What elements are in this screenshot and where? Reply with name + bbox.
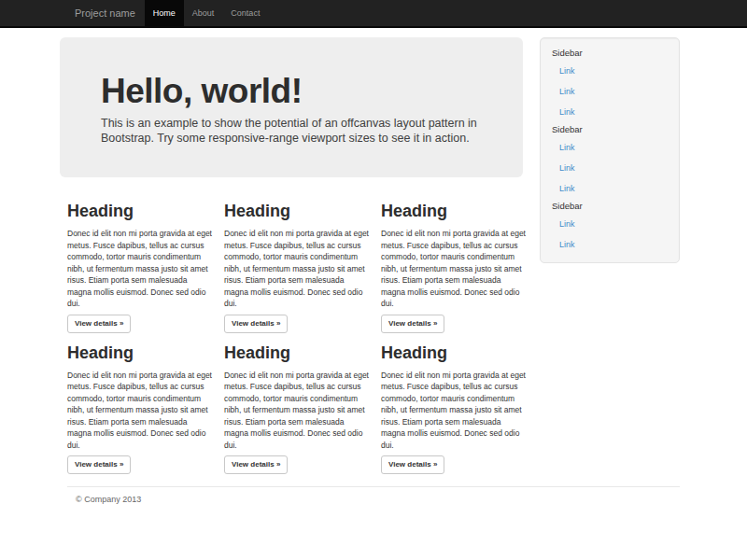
sidebar-link[interactable]: Link	[541, 178, 679, 199]
view-details-button[interactable]: View details »	[381, 315, 444, 333]
card: Heading Donec id elit non mi porta gravi…	[217, 177, 374, 333]
card-heading: Heading	[224, 202, 374, 220]
card: Heading Donec id elit non mi porta gravi…	[60, 177, 217, 333]
navbar-menu: Home About Contact	[145, 0, 269, 26]
view-details-button[interactable]: View details »	[224, 455, 288, 474]
card: Heading Donec id elit non mi porta gravi…	[217, 333, 374, 475]
content-row-2: Heading Donec id elit non mi porta gravi…	[60, 333, 530, 475]
footer-divider	[67, 486, 680, 487]
sidebar-link[interactable]: Link	[541, 102, 679, 122]
sidebar-group: Sidebar Link Link	[541, 199, 679, 255]
nav-item-contact[interactable]: Contact	[222, 0, 268, 26]
jumbotron-description: This is an example to show the potential…	[101, 116, 486, 146]
navbar-brand[interactable]: Project name	[60, 0, 135, 26]
card-text: Donec id elit non mi porta gravida at eg…	[381, 228, 527, 310]
page-container: Hello, world! This is an example to show…	[60, 28, 687, 504]
card-heading: Heading	[67, 202, 217, 220]
card-text: Donec id elit non mi porta gravida at eg…	[67, 228, 213, 310]
sidebar-group: Sidebar Link Link Link	[541, 122, 679, 199]
nav-item-about[interactable]: About	[184, 0, 223, 26]
card-heading: Heading	[381, 343, 530, 362]
jumbotron: Hello, world! This is an example to show…	[60, 37, 523, 177]
card-heading: Heading	[67, 343, 217, 362]
sidebar-link[interactable]: Link	[541, 137, 679, 158]
card-text: Donec id elit non mi porta gravida at eg…	[224, 370, 370, 452]
card: Heading Donec id elit non mi porta gravi…	[374, 177, 530, 333]
content-row-1: Heading Donec id elit non mi porta gravi…	[60, 177, 530, 333]
main-content: Hello, world! This is an example to show…	[60, 28, 530, 474]
sidebar-group-heading: Sidebar	[541, 199, 679, 214]
copyright-text: © Company 2013	[76, 495, 687, 504]
view-details-button[interactable]: View details »	[224, 315, 288, 333]
card: Heading Donec id elit non mi porta gravi…	[60, 333, 217, 475]
nav-item-home[interactable]: Home	[145, 0, 184, 26]
sidebar-link[interactable]: Link	[541, 214, 679, 234]
main-row: Hello, world! This is an example to show…	[60, 28, 687, 474]
card-text: Donec id elit non mi porta gravida at eg…	[67, 370, 213, 452]
view-details-button[interactable]: View details »	[381, 455, 444, 474]
card-heading: Heading	[224, 343, 374, 362]
page-title: Hello, world!	[101, 73, 486, 110]
sidebar-group: Sidebar Link Link Link	[541, 46, 679, 122]
view-details-button[interactable]: View details »	[67, 315, 131, 333]
navbar-container: Project name Home About Contact	[60, 0, 687, 26]
view-details-button[interactable]: View details »	[67, 455, 131, 474]
sidebar-link[interactable]: Link	[541, 81, 679, 102]
sidebar-group-heading: Sidebar	[541, 122, 679, 137]
sidebar-link[interactable]: Link	[541, 234, 679, 255]
sidebar-group-heading: Sidebar	[541, 46, 679, 61]
card-text: Donec id elit non mi porta gravida at eg…	[381, 370, 527, 452]
navbar: Project name Home About Contact	[0, 0, 747, 28]
sidebar-link[interactable]: Link	[541, 61, 679, 81]
footer: © Company 2013	[60, 486, 687, 504]
card: Heading Donec id elit non mi porta gravi…	[374, 333, 530, 475]
sidebar-link[interactable]: Link	[541, 158, 679, 178]
card-text: Donec id elit non mi porta gravida at eg…	[224, 228, 370, 310]
sidebar: Sidebar Link Link Link Sidebar Link Link…	[540, 37, 680, 263]
card-heading: Heading	[381, 202, 530, 220]
